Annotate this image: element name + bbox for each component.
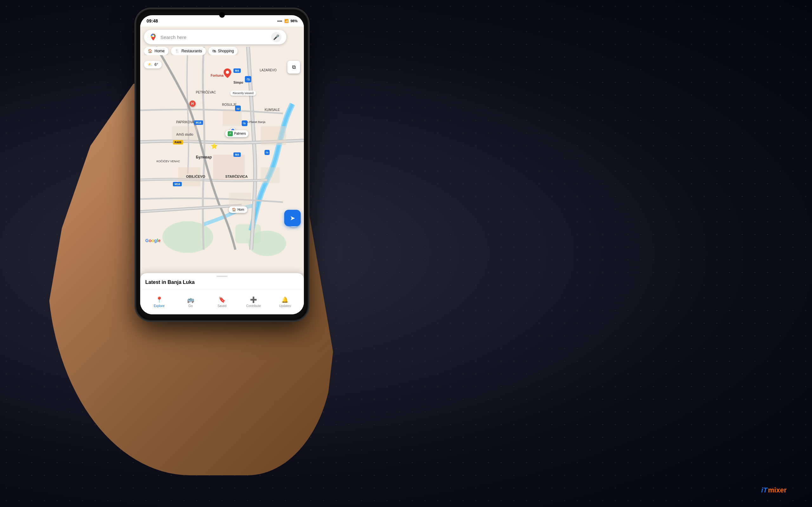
road-badge-m4-2: M4 (234, 153, 241, 157)
go-icon: 🚌 (187, 296, 194, 303)
recently-viewed-badge: Recently viewed (230, 91, 256, 96)
map-label-simpo: Simpo (234, 81, 243, 84)
updates-icon: 🔔 (281, 296, 288, 303)
mixer-text: mixer (768, 486, 786, 494)
voice-search-button[interactable]: 🎤 (271, 32, 281, 42)
road-badge-m4-1: M4 (234, 68, 241, 73)
quick-filters: 🏠 Home 🍴 Restaurants 🛍 Shopping (144, 47, 300, 55)
svg-rect-3 (235, 224, 261, 243)
road-badge-m16-1: M16 (194, 120, 203, 125)
contribute-label: Contribute (246, 304, 261, 308)
filter-shopping[interactable]: 🛍 Shopping (208, 47, 238, 55)
wifi-icon: 📶 (284, 19, 289, 23)
map-label-petricevac: PETRIČEVAC (196, 91, 216, 94)
contribute-icon: ➕ (250, 296, 257, 303)
map-label-kumsale: KUMSALE (264, 108, 280, 112)
filter-home[interactable]: 🏠 Home (144, 47, 168, 55)
saved-icon: 🔖 (218, 296, 225, 303)
nav-saved[interactable]: 🔖 Saved (213, 296, 231, 308)
camera-cutout (219, 12, 225, 18)
restaurant-filter-icon: 🍴 (175, 49, 180, 53)
map-container[interactable]: LAZAREVO KUMSALE PETRIČEVAC ROSULJE PAPR… (140, 26, 304, 273)
road-badge-r405: R405 (173, 140, 183, 145)
shopping-filter-label: Shopping (218, 49, 234, 53)
filter-restaurants[interactable]: 🍴 Restaurants (171, 47, 206, 55)
map-label-kocic: KOČIĆEV VENAC (157, 160, 180, 163)
explore-icon: 📍 (156, 296, 163, 303)
mic-icon: 🎤 (273, 34, 280, 40)
it-text: iT (761, 486, 768, 494)
nav-explore[interactable]: 📍 Explore (150, 296, 168, 308)
updates-label: Updates (279, 304, 291, 308)
status-time: 09:48 (147, 18, 158, 23)
svg-rect-7 (261, 126, 286, 145)
home-map-marker: 🏠 Hom (229, 206, 247, 213)
phone-device: 09:48 ▪▪▪▪ 📶 98% (136, 9, 308, 320)
weather-icon: ⛅ (148, 62, 153, 67)
restaurant-filter-label: Restaurants (182, 49, 202, 53)
shop-marker-2: 🛍 (242, 120, 247, 126)
weather-chip: ⛅ 6° (144, 61, 162, 68)
status-icons: ▪▪▪▪ 📶 98% (277, 19, 298, 23)
signal-icon: ▪▪▪▪ (277, 19, 282, 23)
layers-button[interactable]: ⧉ (287, 61, 300, 73)
bottom-sheet-title: Latest in Banja Luka (140, 277, 304, 286)
bottom-sheet: Latest in Banja Luka 📍 Explore 🚌 Go 🔖 Sa… (140, 273, 304, 314)
saved-label: Saved (217, 304, 226, 308)
map-label-fortuna: Fortuna (211, 73, 223, 77)
svg-rect-6 (223, 110, 242, 126)
svg-point-12 (152, 35, 154, 38)
shop-marker-3: 🛍 (264, 150, 270, 155)
map-label-lazarevo: LAZAREVO (260, 68, 276, 72)
temperature: 6° (154, 62, 158, 67)
svg-point-1 (162, 221, 213, 253)
itmixer-logo: iT mixer (761, 486, 786, 494)
phone-screen: 09:48 ▪▪▪▪ 📶 98% (140, 15, 304, 314)
nav-updates[interactable]: 🔔 Updates (276, 296, 294, 308)
battery-level: 98% (291, 19, 298, 23)
map-label-paprikovac: PAPRIKOVAC (176, 120, 197, 124)
road-badge-m16-2: M16 (173, 182, 182, 186)
palmers-pin: P Palmers (225, 130, 248, 137)
home-filter-icon: 🏠 (148, 49, 153, 53)
layers-icon: ⧉ (292, 64, 296, 70)
directions-fab[interactable]: ➤ (284, 210, 301, 226)
shopping-filter-icon: 🛍 (212, 49, 216, 53)
map-label-arhis: ArhiS studio (176, 133, 194, 136)
svg-point-11 (226, 71, 229, 74)
star-marker: ⭐ (211, 143, 217, 150)
go-label: Go (189, 304, 193, 308)
search-bar[interactable]: Search here 🎤 (144, 30, 287, 44)
maps-logo (149, 33, 157, 41)
map-svg (140, 26, 304, 273)
fortuna-marker (223, 68, 231, 79)
svg-rect-10 (261, 167, 280, 183)
directions-icon: ➤ (290, 214, 295, 222)
map-label-rosulje: ROSULJE (222, 103, 237, 107)
search-placeholder: Search here (160, 35, 268, 40)
bottom-navigation: 📍 Explore 🚌 Go 🔖 Saved ➕ Contribute (140, 289, 304, 314)
map-label-obilicevo: OBILIĆEVO (186, 175, 205, 178)
phone-body: 09:48 ▪▪▪▪ 📶 98% (136, 9, 308, 320)
bus-marker: 🚌 (235, 106, 241, 111)
nav-contribute[interactable]: ➕ Contribute (245, 296, 262, 308)
explore-label: Explore (154, 304, 165, 308)
nav-go[interactable]: 🚌 Go (182, 296, 199, 308)
map-label-starcevica: STARČEVICA (225, 175, 248, 178)
map-label-bulevar: Булевар (196, 155, 212, 159)
home-filter-label: Home (154, 49, 165, 53)
shop-marker-1: 🛍 (245, 76, 251, 82)
google-logo: Google (145, 238, 160, 243)
